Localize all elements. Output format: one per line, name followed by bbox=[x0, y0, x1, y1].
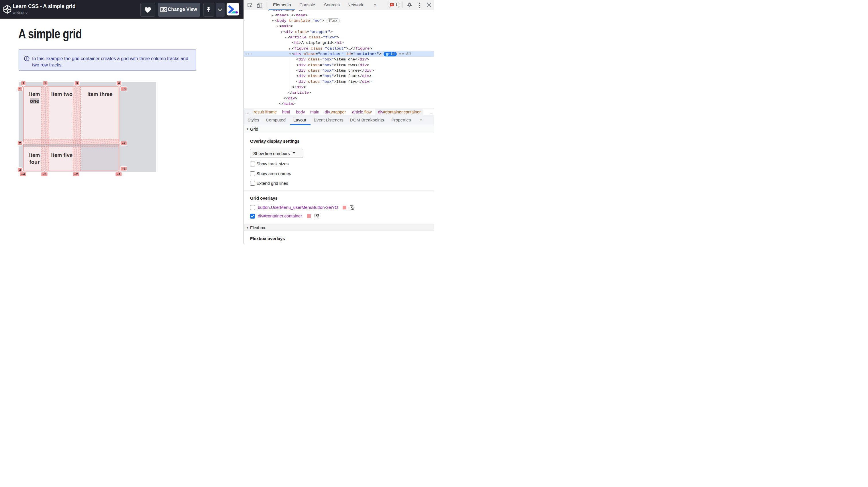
svg-text:−2: −2 bbox=[74, 173, 78, 176]
svg-text:3: 3 bbox=[76, 81, 78, 85]
svg-text:2: 2 bbox=[19, 142, 21, 145]
svg-text:−4: −4 bbox=[21, 173, 25, 176]
svg-text:−3: −3 bbox=[42, 173, 46, 176]
svg-text:−3: −3 bbox=[122, 87, 125, 91]
svg-text:4: 4 bbox=[118, 81, 120, 85]
svg-text:3: 3 bbox=[19, 168, 21, 172]
svg-text:−1: −1 bbox=[122, 167, 126, 171]
svg-text:−1: −1 bbox=[117, 173, 121, 176]
svg-text:2: 2 bbox=[44, 81, 46, 85]
svg-text:1: 1 bbox=[19, 87, 21, 91]
svg-text:−2: −2 bbox=[122, 142, 125, 145]
svg-text:1: 1 bbox=[22, 81, 24, 85]
